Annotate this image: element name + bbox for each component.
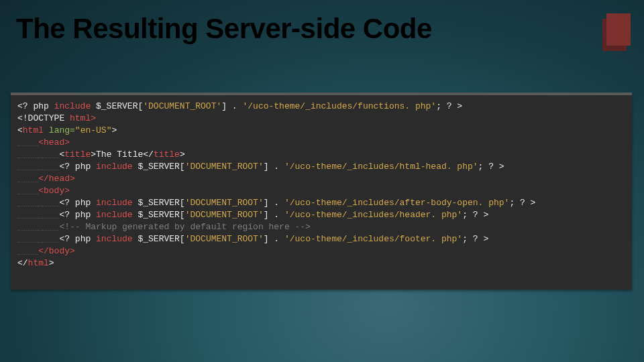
code-line-7: </head> (17, 173, 625, 185)
code-panel: <? php include $_SERVER['DOCUMENT_ROOT']… (11, 93, 632, 290)
code-line-6: <? php include $_SERVER['DOCUMENT_ROOT']… (17, 161, 625, 173)
code-line-3: <html lang="en-US"> (17, 125, 625, 137)
slide-title: The Resulting Server-side Code (16, 13, 432, 44)
code-line-4: <head> (17, 137, 625, 149)
code-line-9: <? php include $_SERVER['DOCUMENT_ROOT']… (17, 197, 625, 209)
code-line-12: <? php include $_SERVER['DOCUMENT_ROOT']… (17, 233, 625, 245)
code-line-14: </html> (17, 257, 625, 269)
code-line-10: <? php include $_SERVER['DOCUMENT_ROOT']… (17, 209, 625, 221)
code-line-13: </body> (17, 245, 625, 257)
code-line-11: <!-- Markup generated by default region … (17, 221, 625, 233)
accent-block (606, 13, 631, 46)
code-line-5: <title>The Title</title> (17, 149, 625, 161)
slide: The Resulting Server-side Code <? php in… (0, 0, 644, 362)
title-bar: The Resulting Server-side Code (0, 0, 644, 46)
code-line-8: <body> (17, 185, 625, 197)
code-line-2: <!DOCTYPE html> (17, 113, 625, 125)
code-line-1: <? php include $_SERVER['DOCUMENT_ROOT']… (17, 101, 625, 113)
